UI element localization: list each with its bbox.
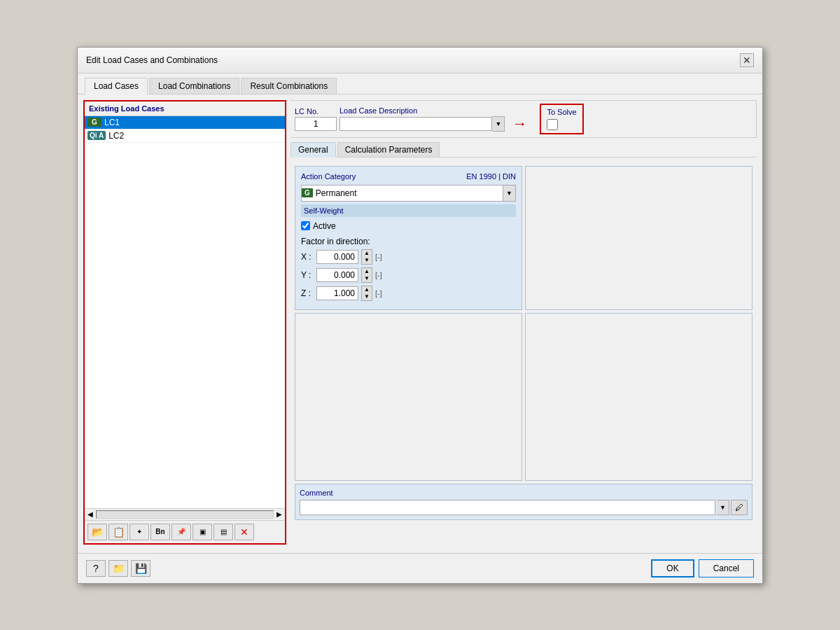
action-cat-dropdown-row: G Permanent ▼ — [301, 185, 516, 202]
left-panel: Existing Load Cases G LC1 Qi A LC2 ◀ ▶ 📂 — [83, 100, 286, 545]
factor-z-unit: [-] — [375, 289, 382, 298]
lc-desc-field: Load Case Description ▼ — [340, 106, 505, 132]
factor-x-axis: X : — [301, 252, 314, 262]
lc2-label: LC2 — [108, 131, 124, 141]
factor-section: Factor in direction: X : ▲ ▼ [-] — [301, 237, 516, 301]
lc1-badge: G — [88, 118, 102, 127]
tab-load-combinations[interactable]: Load Combinations — [149, 78, 239, 94]
action-category-norm: EN 1990 | DIN — [466, 172, 516, 181]
factor-x-up[interactable]: ▲ — [362, 250, 372, 257]
action-category-panel: Action Category EN 1990 | DIN G Permanen… — [295, 166, 522, 310]
scroll-right-icon[interactable]: ▶ — [276, 510, 282, 518]
tab-load-cases[interactable]: Load Cases — [85, 78, 148, 94]
factor-y-down[interactable]: ▼ — [362, 275, 372, 282]
inner-tab-general[interactable]: General — [290, 142, 336, 158]
main-content: Existing Load Cases G LC1 Qi A LC2 ◀ ▶ 📂 — [78, 94, 762, 550]
toolbar-delete-button[interactable]: ✕ — [234, 524, 254, 540]
top-form-row: LC No. Load Case Description ▼ → To Solv… — [290, 100, 757, 138]
factor-y-unit: [-] — [375, 271, 382, 279]
toolbar-toggle1-button[interactable]: ▣ — [192, 524, 212, 540]
toolbar-copy-button[interactable]: 📋 — [108, 524, 128, 540]
to-solve-checkbox[interactable] — [547, 119, 558, 130]
right-panel: LC No. Load Case Description ▼ → To Solv… — [290, 100, 757, 545]
load-case-item-lc1[interactable]: G LC1 — [85, 116, 285, 130]
factor-y-axis: Y : — [301, 270, 314, 280]
existing-load-cases-header: Existing Load Cases — [85, 102, 285, 116]
comment-icon-button[interactable]: 🖊 — [731, 500, 748, 515]
bottom-bar: ? 📁 💾 OK Cancel — [78, 553, 762, 583]
comment-section: Comment ▼ 🖊 — [295, 484, 752, 520]
action-category-row: Action Category EN 1990 | DIN — [301, 172, 516, 181]
dialog-title: Edit Load Cases and Combinations — [86, 55, 218, 65]
factor-y-up[interactable]: ▲ — [362, 268, 372, 275]
main-tabs: Load Cases Load Combinations Result Comb… — [78, 74, 762, 94]
help-button[interactable]: ? — [86, 560, 106, 577]
toolbar-new-button[interactable]: ✦ — [130, 524, 149, 540]
arrow-indicator: → — [512, 115, 527, 133]
top-right-panel — [525, 166, 752, 310]
folder-button[interactable]: 📁 — [108, 560, 128, 577]
to-solve-label: To Solve — [547, 108, 576, 116]
toolbar-open-button[interactable]: 📂 — [88, 524, 107, 540]
self-weight-header: Self-Weight — [301, 204, 516, 217]
lc2-badge: Qi A — [88, 131, 106, 140]
comment-input[interactable] — [300, 500, 715, 515]
form-panels-grid: Action Category EN 1990 | DIN G Permanen… — [295, 166, 752, 481]
load-case-item-lc2[interactable]: Qi A LC2 — [85, 130, 285, 143]
factor-x-spinner[interactable]: ▲ ▼ — [361, 249, 372, 265]
factor-z-input[interactable] — [316, 286, 358, 300]
lc-desc-input[interactable] — [340, 117, 492, 131]
factor-y-input[interactable] — [316, 268, 358, 282]
toolbar-toggle2-button[interactable]: ▤ — [214, 524, 233, 540]
comment-dropdown-button[interactable]: ▼ — [717, 500, 729, 515]
factor-z-up[interactable]: ▲ — [362, 286, 372, 293]
action-cat-dropdown-button[interactable]: ▼ — [503, 186, 515, 201]
toolbar-paste-button[interactable]: 📌 — [172, 524, 191, 540]
action-category-label: Action Category — [301, 172, 356, 181]
factor-z-axis: Z : — [301, 288, 314, 298]
active-checkbox[interactable] — [301, 221, 310, 230]
left-toolbar: 📂 📋 ✦ Bn 📌 ▣ ▤ ✕ — [85, 520, 285, 543]
factor-x-input[interactable] — [316, 250, 358, 264]
factor-row-x: X : ▲ ▼ [-] — [301, 249, 516, 265]
perm-badge: G — [302, 188, 313, 197]
lc-no-field: LC No. — [295, 107, 337, 131]
close-button[interactable]: ✕ — [740, 53, 754, 67]
ok-button[interactable]: OK — [651, 559, 694, 578]
general-tab-content: Action Category EN 1990 | DIN G Permanen… — [290, 162, 757, 524]
lc-desc-dropdown-button[interactable]: ▼ — [492, 116, 505, 132]
tab-result-combinations[interactable]: Result Combinations — [241, 78, 337, 94]
factor-label: Factor in direction: — [301, 237, 516, 246]
comment-row: ▼ 🖊 — [300, 500, 748, 515]
active-checkbox-row: Active — [301, 221, 516, 231]
title-bar: Edit Load Cases and Combinations ✕ — [78, 48, 762, 74]
factor-x-unit: [-] — [375, 253, 382, 261]
factor-z-spinner[interactable]: ▲ ▼ — [361, 286, 372, 301]
factor-z-down[interactable]: ▼ — [362, 293, 372, 300]
cancel-button[interactable]: Cancel — [699, 559, 754, 578]
action-cat-select-wrapper: G Permanent ▼ — [301, 185, 516, 202]
factor-x-down[interactable]: ▼ — [362, 257, 372, 264]
inner-tab-calc-params[interactable]: Calculation Parameters — [337, 142, 440, 157]
horizontal-scrollbar[interactable] — [96, 510, 274, 519]
action-cat-value: Permanent — [316, 188, 503, 198]
inner-tabs-bar: General Calculation Parameters — [290, 142, 757, 158]
comment-label: Comment — [300, 489, 748, 497]
save-button[interactable]: 💾 — [131, 560, 150, 577]
self-weight-section: Self-Weight Active Factor in direction: … — [301, 204, 516, 301]
to-solve-section: To Solve — [540, 104, 583, 134]
lc1-label: LC1 — [104, 118, 120, 127]
scroll-left-icon[interactable]: ◀ — [88, 510, 93, 518]
bottom-left-buttons: ? 📁 💾 — [86, 560, 150, 577]
load-case-list: G LC1 Qi A LC2 — [85, 116, 285, 508]
factor-y-spinner[interactable]: ▲ ▼ — [361, 267, 372, 283]
lc-no-input[interactable] — [295, 117, 337, 131]
bottom-right-panel — [525, 313, 752, 481]
factor-row-z: Z : ▲ ▼ [-] — [301, 286, 516, 301]
lc-desc-label: Load Case Description — [340, 106, 505, 115]
dialog: Edit Load Cases and Combinations ✕ Load … — [77, 47, 763, 584]
active-label: Active — [313, 221, 336, 231]
toolbar-rename-button[interactable]: Bn — [150, 524, 170, 540]
bottom-left-panel — [295, 313, 522, 481]
self-weight-label: Self-Weight — [304, 206, 344, 215]
